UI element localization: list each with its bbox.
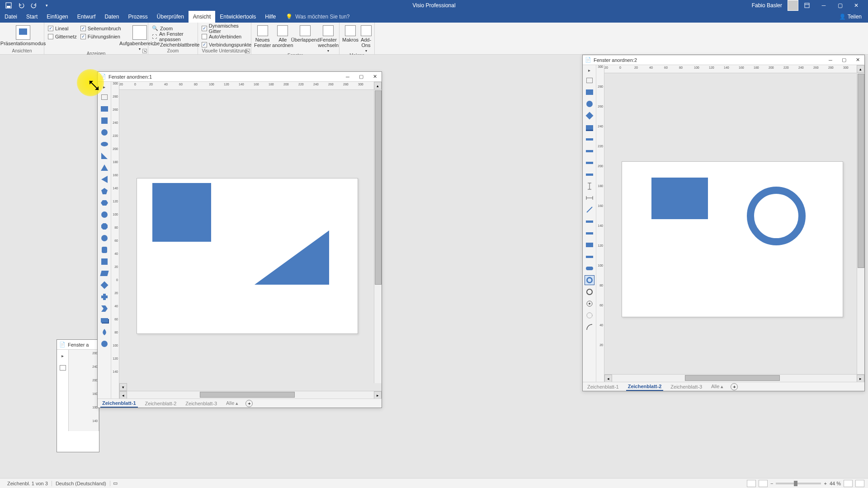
sheet-tab-1[interactable]: Zeichenblatt-1 [585, 383, 621, 390]
shape-bar-1[interactable] [585, 135, 594, 144]
sheet-tab-1[interactable]: Zeichenblatt-1 [100, 399, 138, 408]
shape-diamond[interactable] [100, 281, 109, 290]
save-icon[interactable] [5, 2, 12, 9]
canvas-1[interactable] [119, 90, 374, 383]
sheet-tab-2[interactable]: Zeichenblatt-2 [626, 383, 664, 391]
shape-chevron[interactable] [100, 304, 109, 313]
connection-points-checkbox[interactable]: Verbindungspunkte [201, 41, 252, 48]
macro-record-icon[interactable]: ▭ [110, 480, 120, 486]
shape-rect-3d[interactable] [100, 316, 109, 325]
shape-line[interactable] [585, 205, 594, 214]
presentation-mode-button[interactable]: Präsentationsmodus [3, 23, 43, 46]
scrollbar-vertical-1[interactable] [374, 90, 382, 383]
add-sheet-button[interactable]: + [731, 383, 738, 390]
pagebreaks-checkbox[interactable]: Seitenumbruch [80, 24, 122, 32]
shapes-expand-icon[interactable]: ▸ [586, 67, 593, 73]
shape-cross[interactable] [100, 292, 109, 301]
shapes-expand-icon[interactable]: ▸ [101, 84, 108, 90]
qat-more-icon[interactable]: ▾ [43, 2, 50, 9]
macros-button[interactable]: Makros [342, 23, 359, 42]
guides-checkbox[interactable]: Führungslinien [80, 33, 122, 40]
shape-bar-4[interactable] [585, 170, 594, 179]
tab-review[interactable]: Überprüfen [152, 11, 189, 23]
shape-can[interactable] [100, 245, 109, 254]
shape-rect-small[interactable] [585, 240, 594, 249]
tab-developer[interactable]: Entwicklertools [215, 11, 260, 23]
shape-square[interactable] [100, 116, 109, 125]
tell-me-search[interactable]: 💡Was möchten Sie tun? [286, 14, 349, 20]
shape-triangle-instance[interactable] [255, 230, 329, 285]
shape-rect-instance[interactable] [651, 178, 708, 219]
ruler-checkbox[interactable]: Lineal [47, 24, 78, 32]
shapes-expand-icon[interactable]: ▸ [60, 352, 66, 359]
addons-button[interactable]: Add-Ons▾ [360, 23, 372, 53]
new-window-button[interactable]: Neues Fenster [254, 23, 271, 48]
tab-view[interactable]: Ansicht [189, 11, 215, 23]
scrollbar-horizontal-1[interactable] [127, 391, 374, 399]
shape-drop[interactable] [100, 328, 109, 337]
switch-window-button[interactable]: Fenster wechseln▾ [318, 23, 339, 53]
fit-window-button[interactable]: ⛶An Fenster anpassen [151, 33, 200, 40]
shape-pill[interactable] [585, 264, 594, 273]
shape-measure-v[interactable] [585, 182, 594, 191]
undo-icon[interactable] [18, 2, 24, 9]
close-button[interactable]: ✕ [848, 0, 864, 11]
show-dialog-launcher[interactable]: ↘ [142, 49, 147, 53]
shape-ellipse[interactable] [100, 140, 109, 149]
view-mode-full[interactable] [759, 480, 768, 487]
scroll-right-arrow[interactable]: ▸ [374, 391, 382, 399]
shape-ring-instance[interactable] [747, 187, 806, 245]
shape-triangle[interactable] [100, 163, 109, 172]
doc2-maximize[interactable]: ▢ [837, 55, 851, 65]
scroll-up-arrow[interactable]: ▴ [374, 82, 382, 89]
tab-process[interactable]: Prozess [123, 11, 152, 23]
scrollbar-horizontal-2[interactable] [612, 375, 857, 382]
share-button[interactable]: 👤Teilen [839, 14, 868, 20]
shape-ring[interactable] [585, 276, 594, 285]
zoom-slider[interactable] [776, 483, 821, 484]
scrollbar-vertical-2[interactable] [857, 73, 864, 374]
shape-pentagon[interactable] [100, 187, 109, 196]
shape-octagon[interactable] [100, 222, 109, 231]
shape-bar-7[interactable] [585, 252, 594, 261]
shape-cube[interactable] [100, 257, 109, 266]
shape-parallelogram[interactable] [100, 269, 109, 278]
shape-ring-thin[interactable] [585, 287, 594, 296]
doc2-close[interactable]: ✕ [851, 55, 864, 65]
ribbon-display-icon[interactable] [804, 2, 810, 9]
doc-window-3[interactable]: 📄 Fenster a ▸ 200 240 200 160 100 140 [57, 339, 99, 452]
shape-dot[interactable] [585, 311, 594, 320]
shape-circle[interactable] [585, 99, 594, 108]
shape-arc[interactable] [585, 323, 594, 332]
view-mode-normal[interactable] [747, 480, 756, 487]
zoom-out-button[interactable]: − [770, 481, 773, 486]
page-width-button[interactable]: ↔Zeichenblattbreite [151, 41, 200, 48]
shape-heptagon[interactable] [100, 210, 109, 219]
autoconnect-checkbox[interactable]: AutoVerbinden [201, 33, 252, 40]
scroll-left-arrow[interactable]: ◂ [119, 391, 127, 399]
tab-insert[interactable]: Einfügen [42, 11, 72, 23]
doc1-close[interactable]: ✕ [368, 72, 382, 82]
shape-rectangle[interactable] [100, 104, 109, 113]
shape-bar-5[interactable] [585, 217, 594, 226]
visual-dialog-launcher[interactable]: ↘ [245, 49, 250, 53]
shape-bar-3[interactable] [585, 158, 594, 167]
sheet-tab-3[interactable]: Zeichenblatt-3 [669, 383, 704, 390]
shape-triangle-left[interactable] [100, 175, 109, 184]
tab-start[interactable]: Start [22, 11, 42, 23]
shape-circle[interactable] [100, 128, 109, 137]
doc1-maximize[interactable]: ▢ [354, 72, 368, 82]
shape-right-triangle[interactable] [100, 151, 109, 160]
shape-square-instance[interactable] [152, 183, 211, 242]
scroll-up-arrow[interactable]: ▴ [857, 65, 864, 73]
sheet-tab-all[interactable]: Alle ▴ [709, 383, 725, 390]
doc-window-1[interactable]: 📄 Fenster anordnen:1 ─ ▢ ✕ ▸ [97, 71, 382, 408]
page-1[interactable] [137, 178, 358, 334]
fullscreen-button[interactable] [855, 480, 864, 487]
doc1-titlebar[interactable]: 📄 Fenster anordnen:1 ─ ▢ ✕ [98, 72, 382, 82]
page-2[interactable] [622, 161, 843, 317]
shape-bar-2[interactable] [585, 146, 594, 155]
status-language[interactable]: Deutsch (Deutschland) [52, 481, 110, 486]
scroll-right-arrow[interactable]: ▸ [857, 375, 864, 382]
add-sheet-button[interactable]: + [245, 400, 253, 407]
